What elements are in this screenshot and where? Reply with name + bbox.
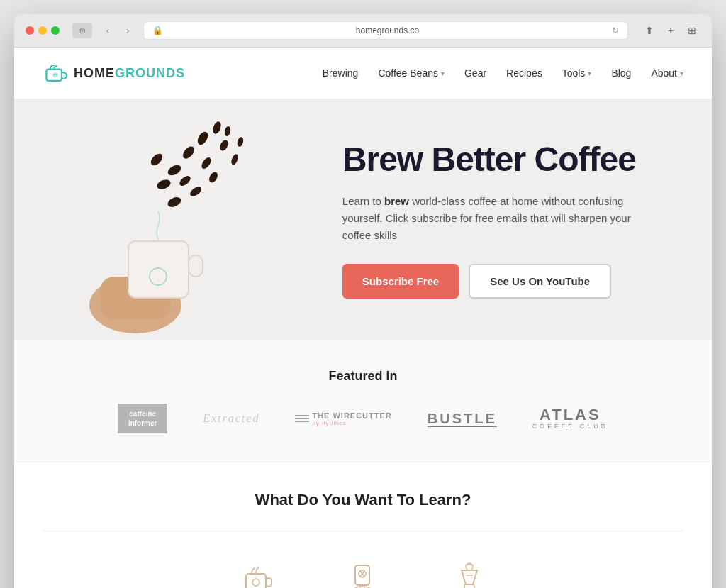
nav-link-blog[interactable]: Blog	[611, 67, 631, 79]
hero-illustration	[65, 99, 277, 340]
nav-link-gear[interactable]: Gear	[464, 67, 486, 79]
svg-point-18	[200, 156, 213, 170]
nav-item-blog[interactable]: Blog	[611, 67, 631, 79]
browser-controls: ⊡	[72, 23, 92, 38]
wirecutter-logo-group: THE WIRECUTTER by nytimes	[295, 411, 391, 426]
minimize-button[interactable]	[38, 26, 47, 35]
tab-icon[interactable]: ⊡	[72, 23, 92, 38]
learn-icon-pour-over[interactable]	[452, 560, 487, 588]
espresso-cup-icon	[239, 560, 274, 588]
youtube-button[interactable]: See Us On YouTube	[469, 264, 611, 299]
atlas-sub-text: COFFEE CLUB	[532, 423, 608, 431]
browser-actions: ⬆ + ⊞	[641, 22, 700, 39]
back-button[interactable]: ‹	[99, 22, 116, 39]
hero-image	[14, 99, 328, 340]
svg-point-13	[212, 121, 223, 135]
featured-logos: caffeineinformer Extracted THE WIRECUTTE…	[43, 404, 683, 433]
address-bar[interactable]: 🔒 homegrounds.co ↻	[143, 21, 628, 40]
extracted-text: Extracted	[203, 412, 259, 424]
svg-rect-29	[355, 565, 369, 585]
site-logo[interactable]: HOMEGROUNDS	[43, 60, 185, 86]
new-tab-icon[interactable]: +	[662, 22, 679, 39]
wirecutter-lines-icon	[295, 415, 309, 422]
learn-section: What Do You Want To Learn?	[14, 462, 712, 588]
chevron-down-icon: ▾	[441, 70, 445, 77]
hero-title: Brew Better Coffee	[342, 141, 669, 179]
svg-point-23	[230, 153, 240, 166]
hero-content: Brew Better Coffee Learn to brew world-c…	[328, 113, 712, 327]
coffee-maker-icon	[345, 560, 381, 588]
learn-title: What Do You Want To Learn?	[43, 491, 683, 509]
learn-icon-coffee-maker[interactable]	[345, 560, 381, 588]
browser-dots	[26, 26, 60, 35]
nav-item-gear[interactable]: Gear	[464, 67, 486, 79]
chevron-down-icon: ▾	[680, 70, 683, 77]
svg-point-24	[224, 126, 231, 136]
learn-divider	[43, 531, 683, 531]
logo-atlas-coffee-club: ATLAS COFFEE CLUB	[532, 406, 608, 431]
svg-point-20	[189, 185, 203, 199]
nav-link-tools[interactable]: Tools ▾	[562, 67, 592, 79]
nav-link-coffee-beans[interactable]: Coffee Beans ▾	[378, 67, 445, 79]
bustle-text: BUSTLE	[428, 411, 497, 426]
website-content: HOMEGROUNDS Brewing Coffee Beans ▾	[14, 48, 712, 588]
atlas-main-text: ATLAS	[532, 406, 608, 423]
logo-icon	[43, 60, 68, 86]
pour-over-icon	[452, 560, 487, 588]
svg-point-28	[252, 579, 259, 586]
nav-item-recipes[interactable]: Recipes	[506, 67, 542, 79]
svg-point-21	[167, 195, 183, 209]
forward-button[interactable]: ›	[119, 22, 136, 39]
featured-section: Featured In caffeineinformer Extracted	[14, 340, 712, 462]
close-button[interactable]	[26, 26, 34, 35]
nav-item-coffee-beans[interactable]: Coffee Beans ▾	[378, 67, 445, 79]
nav-links: Brewing Coffee Beans ▾ Gear Reci	[323, 67, 683, 79]
caffeine-informer-text: caffeineinformer	[118, 404, 167, 433]
nav-link-recipes[interactable]: Recipes	[506, 67, 542, 79]
svg-point-19	[218, 139, 230, 152]
share-icon[interactable]: ⬆	[641, 22, 658, 39]
lock-icon: 🔒	[152, 26, 163, 35]
svg-point-16	[149, 152, 165, 168]
svg-point-22	[208, 171, 220, 184]
logo-caffeine-informer: caffeineinformer	[118, 404, 167, 433]
svg-rect-5	[189, 255, 203, 277]
logo-extracted: Extracted	[203, 412, 259, 425]
refresh-icon[interactable]: ↻	[612, 26, 619, 35]
svg-rect-4	[128, 241, 189, 298]
nav-item-brewing[interactable]: Brewing	[323, 67, 359, 79]
wirecutter-subtext: by nytimes	[312, 420, 346, 426]
site-navigation: HOMEGROUNDS Brewing Coffee Beans ▾	[14, 48, 712, 99]
hero-description: Learn to brew world-class coffee at home…	[342, 193, 654, 244]
logo-grounds: GROUNDS	[115, 66, 185, 80]
url-text[interactable]: homegrounds.co	[169, 26, 606, 35]
learn-icon-espresso[interactable]	[239, 560, 274, 588]
subscribe-button[interactable]: Subscribe Free	[342, 264, 459, 299]
nav-link-about[interactable]: About ▾	[651, 67, 683, 79]
wirecutter-text: THE WIRECUTTER	[312, 411, 391, 420]
svg-rect-27	[266, 578, 272, 587]
svg-rect-33	[464, 584, 474, 588]
browser-window: ⊡ ‹ › 🔒 homegrounds.co ↻ ⬆ + ⊞	[14, 14, 712, 588]
logo-bustle: BUSTLE	[428, 411, 497, 427]
browser-titlebar: ⊡ ‹ › 🔒 homegrounds.co ↻ ⬆ + ⊞	[14, 14, 712, 48]
featured-title: Featured In	[43, 369, 683, 384]
logo-wirecutter: THE WIRECUTTER by nytimes	[295, 411, 391, 426]
hero-buttons: Subscribe Free See Us On YouTube	[342, 264, 669, 299]
learn-icons	[43, 553, 683, 588]
nav-item-about[interactable]: About ▾	[651, 67, 683, 79]
grid-icon[interactable]: ⊞	[683, 22, 700, 39]
svg-point-17	[178, 174, 192, 187]
chevron-down-icon: ▾	[588, 70, 591, 77]
logo-text: HOMEGROUNDS	[74, 66, 185, 81]
logo-home: HOME	[74, 66, 115, 80]
nav-item-tools[interactable]: Tools ▾	[562, 67, 592, 79]
nav-link-brewing[interactable]: Brewing	[323, 67, 359, 79]
svg-point-25	[237, 136, 245, 148]
browser-nav: ‹ ›	[99, 22, 136, 39]
hero-section: Brew Better Coffee Learn to brew world-c…	[14, 99, 712, 340]
maximize-button[interactable]	[51, 26, 60, 35]
